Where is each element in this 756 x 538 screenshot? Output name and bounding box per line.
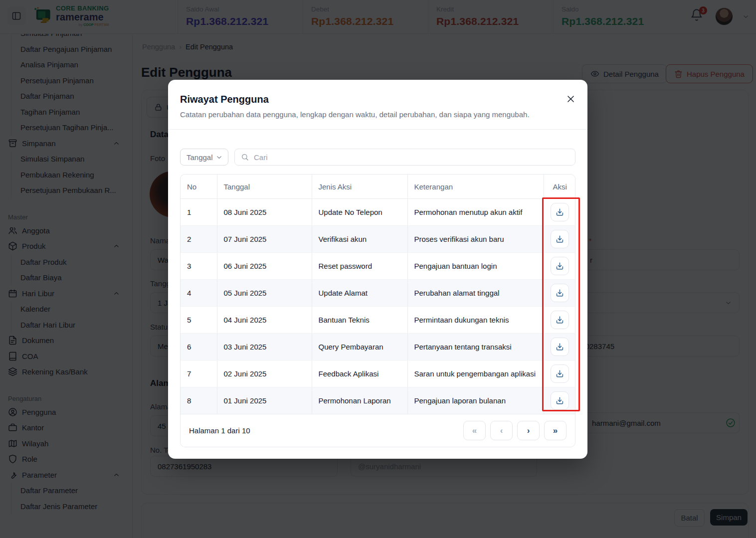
history-row: 2 07 Juni 2025 Verifikasi akun Proses ve…: [181, 226, 575, 253]
download-icon: [555, 261, 565, 271]
download-button[interactable]: [551, 230, 569, 248]
download-icon: [555, 288, 565, 298]
cell-aksi: [544, 253, 575, 280]
cell-aksi: [544, 360, 575, 387]
cell-no: 8: [181, 387, 217, 414]
download-button[interactable]: [551, 257, 569, 275]
download-icon: [555, 369, 565, 378]
modal-divider: [168, 129, 587, 130]
search-input[interactable]: [253, 153, 569, 162]
download-icon: [555, 234, 565, 244]
col-no: No: [181, 175, 217, 199]
cell-keterangan: Proses verifikasi akun baru: [407, 226, 544, 253]
dropdown-chevron-down-icon: [215, 154, 223, 161]
cell-aksi: [544, 226, 575, 253]
cell-tanggal: 03 Juni 2025: [217, 334, 312, 360]
cell-no: 4: [181, 280, 217, 307]
cell-jenis-aksi: Bantuan Teknis: [312, 307, 407, 334]
riwayat-pengguna-modal: Riwayat Pengguna Catatan perubahan data …: [168, 80, 587, 459]
cell-no: 2: [181, 226, 217, 253]
col-aksi: Aksi: [544, 175, 575, 199]
close-icon: [566, 94, 575, 104]
history-row: 5 04 Juni 2025 Bantuan Teknis Permintaan…: [181, 307, 575, 334]
modal-title: Riwayat Pengguna: [168, 80, 587, 105]
download-button[interactable]: [551, 364, 569, 383]
cell-tanggal: 04 Juni 2025: [217, 307, 312, 334]
download-icon: [555, 342, 565, 352]
cell-jenis-aksi: Feedback Aplikasi: [312, 360, 407, 387]
last-page-button[interactable]: »: [544, 421, 567, 440]
download-button[interactable]: [551, 284, 569, 302]
cell-tanggal: 02 Juni 2025: [217, 360, 312, 387]
app-root: CORE BANKING ramerame by COOP PERTIWI Sa…: [0, 0, 756, 538]
search-icon: [241, 153, 249, 161]
next-page-button[interactable]: ›: [517, 421, 540, 440]
col-keterangan: Keterangan: [407, 175, 544, 199]
history-row: 7 02 Juni 2025 Feedback Aplikasi Saran u…: [181, 360, 575, 387]
cell-aksi: [544, 334, 575, 360]
modal-close-button[interactable]: [565, 93, 576, 105]
download-icon: [555, 315, 565, 325]
download-button[interactable]: [551, 391, 569, 410]
cell-keterangan: Pertanyaan tentang transaksi: [407, 334, 544, 360]
cell-tanggal: 05 Juni 2025: [217, 280, 312, 307]
tanggal-filter-dropdown[interactable]: Tanggal: [180, 149, 228, 166]
download-button[interactable]: [551, 338, 569, 356]
download-button[interactable]: [551, 203, 569, 221]
cell-tanggal: 06 Juni 2025: [217, 253, 312, 280]
history-row: 6 03 Juni 2025 Query Pembayaran Pertanya…: [181, 334, 575, 360]
download-button[interactable]: [551, 311, 569, 329]
cell-jenis-aksi: Update No Telepon: [312, 199, 407, 226]
col-tanggal: Tanggal: [217, 175, 312, 199]
modal-subtitle: Catatan perubahan data pengguna, lengkap…: [168, 105, 587, 119]
cell-keterangan: Permohonan menutup akun aktif: [407, 199, 544, 226]
cell-aksi: [544, 199, 575, 226]
cell-tanggal: 08 Juni 2025: [217, 199, 312, 226]
cell-jenis-aksi: Query Pembayaran: [312, 334, 407, 360]
cell-jenis-aksi: Verifikasi akun: [312, 226, 407, 253]
cell-aksi: [544, 280, 575, 307]
prev-page-button[interactable]: ‹: [490, 421, 513, 440]
cell-jenis-aksi: Permohonan Laporan: [312, 387, 407, 414]
cell-tanggal: 07 Juni 2025: [217, 226, 312, 253]
cell-aksi: [544, 307, 575, 334]
download-icon: [555, 207, 565, 217]
cell-jenis-aksi: Update Alamat: [312, 280, 407, 307]
download-icon: [555, 396, 565, 405]
first-page-button[interactable]: «: [463, 421, 486, 440]
cell-no: 3: [181, 253, 217, 280]
cell-keterangan: Permintaan dukungan teknis: [407, 307, 544, 334]
history-row: 8 01 Juni 2025 Permohonan Laporan Pengaj…: [181, 387, 575, 414]
pagination-label: Halaman 1 dari 10: [189, 426, 250, 435]
cell-aksi: [544, 387, 575, 414]
cell-no: 5: [181, 307, 217, 334]
cell-keterangan: Pengajuan laporan bulanan: [407, 387, 544, 414]
cell-jenis-aksi: Reset password: [312, 253, 407, 280]
table-footer: Halaman 1 dari 10 « ‹ › »: [181, 414, 575, 447]
cell-no: 1: [181, 199, 217, 226]
search-box: [234, 149, 575, 166]
col-jenis-aksi: Jenis Aksi: [312, 175, 407, 199]
history-row: 4 05 Juni 2025 Update Alamat Perubahan a…: [181, 280, 575, 307]
cell-no: 6: [181, 334, 217, 360]
history-table-container: NoTanggalJenis AksiKeteranganAksi 1 08 J…: [180, 174, 575, 447]
cell-tanggal: 01 Juni 2025: [217, 387, 312, 414]
cell-keterangan: Saran untuk pengembangan aplikasi: [407, 360, 544, 387]
cell-keterangan: Perubahan alamat tinggal: [407, 280, 544, 307]
history-row: 3 06 Juni 2025 Reset password Pengajuan …: [181, 253, 575, 280]
cell-no: 7: [181, 360, 217, 387]
cell-keterangan: Pengajuan bantuan login: [407, 253, 544, 280]
history-row: 1 08 Juni 2025 Update No Telepon Permoho…: [181, 199, 575, 226]
history-table: NoTanggalJenis AksiKeteranganAksi 1 08 J…: [181, 175, 575, 414]
